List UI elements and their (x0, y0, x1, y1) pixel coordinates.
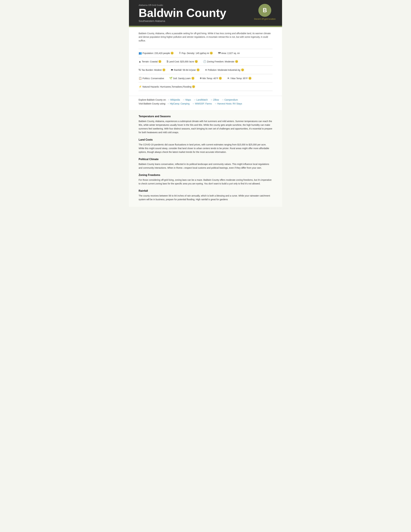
max-temp-label: / Max Temp: 95°F (230, 77, 248, 80)
land-cost-label: Land Cost: $25,000 /acre (169, 60, 194, 63)
stat-max-temp: ☀ / Max Temp: 95°F 😟 (227, 77, 252, 80)
stat-row-1: 👥 Population: 233,420 people 😐 ⠿ Pop. De… (139, 51, 272, 56)
link-wwoof[interactable]: → WWOOF: Farms (192, 102, 212, 105)
page-header: Alabama Off-Grid Guide: Baldwin County S… (129, 0, 282, 26)
pollution-emoji: 😐 (241, 68, 244, 71)
link-zillow[interactable]: → Zillow (210, 98, 219, 101)
stat-hazards: ⚡ Natural Hazards: Hurricanes,Tornadoes,… (139, 85, 195, 88)
min-temp-emoji: 🙂 (219, 77, 222, 80)
politics-icon: 📋 (139, 77, 142, 80)
olive-bar (129, 26, 282, 27)
section-temperature-body: Baldwin County, Alabama, experiences a s… (139, 119, 272, 134)
section-rainfall-heading: Rainfall (139, 190, 272, 192)
stat-politics: 📋 Politics: Conservative (139, 77, 164, 80)
tax-label: Tax Burden: Modest (141, 69, 162, 71)
zoning-emoji: 😐 (235, 60, 238, 63)
tax-emoji: 🙂 (162, 68, 166, 71)
density-icon: ⠿ (179, 52, 181, 55)
link-harvest-hosts[interactable]: → Harvest Hosts: RV Stays (214, 102, 242, 105)
stat-min-temp: ❄ Min Temp: 40°F 🙂 (200, 77, 222, 80)
stat-population: 👥 Population: 233,420 people 😐 (139, 52, 174, 55)
tax-icon: % (139, 68, 141, 71)
description-text: Baldwin County, Alabama, offers a passab… (139, 32, 272, 42)
max-temp-emoji: 😟 (248, 77, 252, 80)
rainfall-icon: 🌧 (171, 68, 173, 71)
rainfall-emoji: 🙂 (196, 68, 200, 71)
land-cost-icon: $ (167, 60, 168, 63)
section-political: Political Climate Baldwin County leans c… (139, 158, 272, 170)
explore-row: Explore Baldwin County on: → Wikipedia →… (139, 98, 272, 101)
density-emoji: 😐 (210, 52, 213, 55)
zoning-label: Zoning Freedom: Moderate (207, 60, 234, 63)
terrain-emoji: 🙂 (158, 60, 161, 63)
badge-container: B Decent off-grid location (254, 4, 276, 20)
section-political-heading: Political Climate (139, 158, 272, 161)
stat-tax: % Tax Burden: Modest 🙂 (139, 68, 166, 71)
section-temperature-heading: Temperature and Seasons (139, 115, 272, 118)
badge-label: Decent off-grid location (254, 18, 276, 20)
link-maps[interactable]: → Maps (183, 98, 191, 101)
description-section: Baldwin County, Alabama, offers a passab… (129, 27, 282, 46)
density-label: Pop. Density: 145 ppl/sq mi (181, 52, 209, 55)
stat-density: ⠿ Pop. Density: 145 ppl/sq mi 😐 (179, 52, 213, 55)
stat-row-4: 📋 Politics: Conservative 🌱 Soil: Sandy,L… (139, 76, 272, 81)
stat-soil: 🌱 Soil: Sandy,Loam 🙂 (169, 77, 195, 80)
link-hipcamp[interactable]: → HipCamp: Camping (167, 102, 189, 105)
stat-zoning: 🕐 Zoning Freedom: Moderate 😐 (203, 60, 238, 63)
terrain-label: Terrain: Coastal (142, 60, 158, 63)
area-icon: 🗺 (218, 52, 221, 55)
links-section: Explore Baldwin County on: → Wikipedia →… (129, 96, 282, 110)
area-label: Area: 2,027 sq. mi (221, 52, 240, 55)
stats-section: 👥 Population: 233,420 people 😐 ⠿ Pop. De… (129, 46, 282, 96)
divider-3 (139, 66, 272, 66)
stat-pollution: ☣ Pollution: Moderate:Industrial Ag 😐 (205, 68, 244, 71)
hazards-label: Natural Hazards: Hurricanes,Tornadoes,Fl… (142, 86, 191, 88)
land-cost-emoji: 😟 (195, 60, 198, 63)
section-zoning: Zoning Freedoms For those considering of… (139, 174, 272, 186)
section-rainfall-body: The county receives between 56 to 84 inc… (139, 194, 272, 201)
max-temp-icon: ☀ (227, 77, 229, 80)
stat-terrain: ▲ Terrain: Coastal 🙂 (139, 60, 161, 63)
soil-emoji: 🙂 (191, 77, 195, 80)
hazards-emoji: 😐 (192, 85, 195, 88)
section-land-costs-heading: Land Costs (139, 138, 272, 141)
soil-label: Soil: Sandy,Loam (173, 77, 191, 80)
stat-row-2: ▲ Terrain: Coastal 🙂 $ Land Cost: $25,00… (139, 59, 272, 64)
section-rainfall: Rainfall The county receives between 56 … (139, 190, 272, 201)
politics-label: Politics: Conservative (142, 77, 164, 80)
pollution-icon: ☣ (205, 68, 207, 71)
section-land-costs: Land Costs The COVID-19 pandemic did cau… (139, 138, 272, 154)
soil-icon: 🌱 (169, 77, 172, 80)
grade-badge: B (258, 4, 271, 17)
link-landwatch[interactable]: → LandWatch (194, 98, 208, 101)
min-temp-label: Min Temp: 40°F (202, 77, 218, 80)
zoning-icon: 🕐 (203, 60, 206, 63)
divider-2 (139, 57, 272, 57)
population-emoji: 😐 (170, 52, 174, 55)
section-zoning-heading: Zoning Freedoms (139, 174, 272, 177)
population-icon: 👥 (139, 52, 142, 55)
divider-5 (139, 82, 272, 83)
section-land-costs-body: The COVID-19 pandemic did cause fluctuat… (139, 143, 272, 154)
section-temperature: Temperature and Seasons Baldwin County, … (139, 115, 272, 134)
population-label: Population: 233,420 people (142, 52, 170, 55)
section-political-body: Baldwin County leans conservative, refle… (139, 162, 272, 170)
visit-row: Visit Baldwin County using: → HipCamp: C… (139, 102, 272, 105)
link-campendium[interactable]: → Campendium (222, 98, 238, 101)
pollution-label: Pollution: Moderate:Industrial Ag (208, 69, 240, 71)
stat-rainfall: 🌧 Rainfall: 56-84 in/year 🙂 (171, 68, 200, 71)
min-temp-icon: ❄ (200, 77, 202, 80)
hazards-icon: ⚡ (139, 85, 142, 88)
explore-label: Explore Baldwin County on: (139, 98, 166, 101)
visit-label: Visit Baldwin County using: (139, 102, 166, 105)
link-wikipedia[interactable]: → Wikipedia (167, 98, 180, 101)
terrain-icon: ▲ (139, 60, 141, 63)
content-section: Temperature and Seasons Baldwin County, … (129, 110, 282, 207)
stat-land-cost: $ Land Cost: $25,000 /acre 😟 (167, 60, 198, 63)
stat-row-5: ⚡ Natural Hazards: Hurricanes,Tornadoes,… (139, 84, 272, 89)
section-zoning-body: For those considering off-grid living, z… (139, 178, 272, 186)
rainfall-label: Rainfall: 56-84 in/year (174, 69, 196, 71)
stat-area: 🗺 Area: 2,027 sq. mi (218, 52, 240, 55)
stat-row-3: % Tax Burden: Modest 🙂 🌧 Rainfall: 56-84… (139, 67, 272, 72)
